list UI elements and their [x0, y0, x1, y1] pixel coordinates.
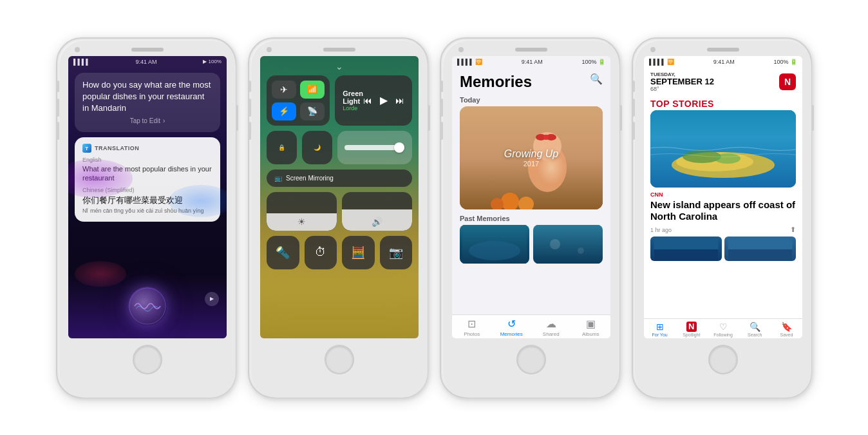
photos-tab-bar: ⊡ Photos ↺ Memories ☁ Shared ▣ [452, 314, 610, 338]
for-you-tab[interactable]: ⊞ For You [644, 322, 675, 337]
volume-down-button-2 [249, 122, 251, 140]
wifi-icon: 📶 [307, 84, 317, 94]
home-button-4[interactable] [708, 345, 738, 374]
fast-forward-button[interactable]: ⏭ [395, 95, 404, 106]
mem-battery: 100% 🔋 [581, 59, 605, 65]
rotation-lock-button[interactable]: 🔒 [267, 131, 297, 164]
iphone-memories: ▌▌▌▌ 🛜 9:41 AM 100% 🔋 Memories 🔍 Today [440, 37, 620, 398]
signal-strength: ▌▌▌▌ [73, 59, 90, 65]
power-button-3 [619, 105, 622, 131]
music-artist: Lorde [343, 105, 363, 111]
volume-down-button [57, 122, 59, 140]
svg-rect-22 [654, 249, 719, 261]
article-headline[interactable]: New island appears off coast of North Ca… [644, 199, 802, 226]
iphone-control-center: ⌄ ✈ 📶 [248, 37, 428, 398]
news-hero-image[interactable] [650, 110, 796, 188]
earpiece-speaker-3 [515, 48, 547, 52]
news-signal: ▌▌▌▌ 🛜 [649, 59, 674, 65]
power-button-4 [811, 105, 814, 131]
home-button-3[interactable] [516, 345, 546, 374]
translation-header: T TRANSLATION [82, 144, 212, 153]
bluetooth-button[interactable]: ⚡ [272, 102, 296, 121]
iphone-top-2 [251, 41, 428, 52]
article-thumb-2[interactable] [724, 237, 796, 261]
front-camera-3 [458, 47, 464, 52]
svg-point-14 [578, 247, 584, 254]
iphone-top [59, 41, 236, 52]
volume-down-button-3 [440, 122, 443, 140]
past-memory-2[interactable] [533, 225, 603, 264]
battery-status: ▶ 100% [203, 59, 222, 64]
siri-screen: ▌▌▌▌ 9:41 AM ▶ 100% How do you say what … [68, 56, 227, 338]
saved-tab[interactable]: 🔖 Saved [771, 322, 802, 337]
main-memory-photo[interactable]: Growing Up 2017 [460, 106, 603, 209]
news-header: TUESDAY, SEPTEMBER 12 68° N [644, 68, 802, 96]
memories-search-button[interactable]: 🔍 [590, 73, 603, 85]
home-button-2[interactable] [325, 345, 354, 374]
memories-tab[interactable]: ↺ Memories [492, 318, 532, 337]
do-not-disturb-button[interactable]: 🌙 [302, 131, 332, 164]
article-meta: 1 hr ago ⬆ [644, 226, 802, 237]
iphone-top-4 [635, 41, 811, 52]
earpiece-speaker [131, 48, 164, 52]
power-button [236, 105, 238, 131]
timer-button[interactable]: ⏱ [305, 236, 337, 269]
home-button[interactable] [133, 345, 162, 374]
bottom-controls: 🔦 ⏱ 🧮 📷 [267, 236, 412, 269]
svg-point-13 [550, 239, 560, 249]
past-memory-1[interactable] [460, 225, 529, 264]
island-aerial-svg [650, 110, 796, 188]
svg-point-11 [469, 241, 520, 260]
volume-icon: 🔊 [372, 217, 382, 227]
moon-icon: 🌙 [314, 144, 321, 151]
past-memories-thumbs [452, 225, 610, 264]
wifi-button[interactable]: 📶 [300, 81, 325, 99]
news-date: SEPTEMBER 12 [650, 77, 714, 86]
photos-tab[interactable]: ⊡ Photos [452, 318, 492, 337]
phones-container: ▌▌▌▌ 9:41 AM ▶ 100% How do you say what … [43, 24, 825, 411]
search-tab[interactable]: 🔍 Search [739, 322, 771, 337]
earpiece-speaker-4 [707, 48, 739, 52]
spotlight-tab[interactable]: N Spotlight [675, 322, 707, 337]
siri-wave-svg [128, 287, 167, 325]
article-thumbnails [644, 237, 802, 264]
tap-to-edit[interactable]: Tap to Edit › [82, 117, 212, 126]
flashlight-button[interactable]: 🔦 [267, 236, 299, 269]
following-tab[interactable]: ♡ Following [707, 322, 739, 337]
brightness-slider[interactable]: ☀ [267, 192, 337, 231]
volume-up-button-4 [632, 99, 635, 117]
airdrop-button[interactable]: 📡 [300, 102, 325, 121]
shared-tab-icon: ☁ [546, 318, 556, 330]
bluetooth-icon: ⚡ [279, 106, 289, 116]
front-camera-2 [267, 47, 272, 52]
rewind-button[interactable]: ⏮ [363, 95, 372, 106]
memories-screen: ▌▌▌▌ 🛜 9:41 AM 100% 🔋 Memories 🔍 Today [452, 56, 610, 338]
play-pause-button[interactable]: ▶ [380, 94, 388, 106]
albums-tab[interactable]: ▣ Albums [571, 318, 611, 337]
slider-control[interactable] [337, 131, 412, 164]
iphone-siri: ▌▌▌▌ 9:41 AM ▶ 100% How do you say what … [56, 37, 236, 398]
airdrop-icon: 📡 [307, 106, 317, 116]
airplane-mode-button[interactable]: ✈ [272, 81, 296, 99]
article-thumb-1[interactable] [650, 237, 722, 261]
svg-rect-12 [536, 225, 600, 264]
earpiece-speaker-2 [323, 48, 355, 52]
memories-header: Memories 🔍 [452, 68, 610, 93]
rotation-lock-icon: 🔒 [278, 144, 285, 151]
albums-tab-icon: ▣ [586, 318, 596, 330]
brightness-icon: ☀ [297, 217, 306, 227]
volume-up-button-3 [440, 99, 443, 117]
photos-tab-icon: ⊡ [467, 318, 476, 330]
share-button[interactable]: ⬆ [790, 226, 796, 234]
front-camera-4 [650, 47, 656, 52]
news-status-bar: ▌▌▌▌ 🛜 9:41 AM 100% 🔋 [644, 56, 802, 68]
volume-down-button-4 [632, 122, 635, 140]
calculator-button[interactable]: 🧮 [342, 236, 375, 269]
article-source: CNN [644, 188, 802, 199]
camera-button[interactable]: 📷 [380, 236, 413, 269]
shared-tab[interactable]: ☁ Shared [531, 318, 571, 337]
ocean-thumb [460, 225, 529, 264]
screen-mirroring-button[interactable]: 📺 Screen Mirroring [267, 169, 412, 187]
control-center-panel: ✈ 📶 ⚡ [267, 69, 412, 332]
volume-slider[interactable]: 🔊 [342, 192, 412, 231]
